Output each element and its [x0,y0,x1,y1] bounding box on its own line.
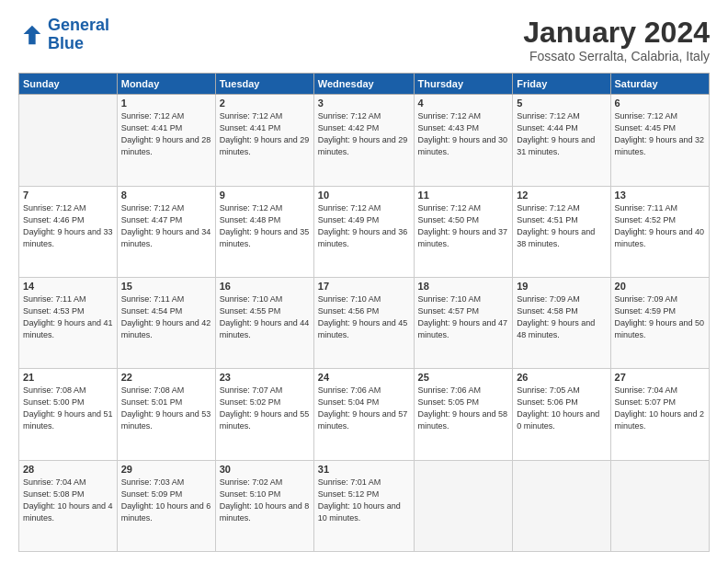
cell-content: Sunrise: 7:10 AM Sunset: 4:56 PM Dayligh… [318,293,410,341]
column-header-wednesday: Wednesday [313,74,414,95]
day-number: 14 [23,281,113,292]
daylight-text: Daylight: 9 hours and 53 minutes. [121,409,211,431]
sunset-text: Sunset: 5:09 PM [121,489,183,499]
cell-content: Sunrise: 7:02 AM Sunset: 5:10 PM Dayligh… [220,477,310,524]
sunset-text: Sunset: 4:43 PM [418,123,480,132]
sunrise-text: Sunrise: 7:04 AM [23,477,86,487]
day-number: 13 [615,190,705,201]
calendar-cell: 17 Sunrise: 7:10 AM Sunset: 4:56 PM Dayl… [313,277,414,368]
cell-content: Sunrise: 7:10 AM Sunset: 4:55 PM Dayligh… [220,293,310,341]
calendar-header-row: SundayMondayTuesdayWednesdayThursdayFrid… [19,74,710,95]
sunrise-text: Sunrise: 7:08 AM [121,385,185,395]
cell-content: Sunrise: 7:12 AM Sunset: 4:50 PM Dayligh… [418,202,509,250]
sunrise-text: Sunrise: 7:06 AM [318,385,381,395]
logo-line2: Blue [48,34,84,52]
calendar-week-row: 1 Sunrise: 7:12 AM Sunset: 4:41 PM Dayli… [19,95,710,186]
calendar-cell: 18 Sunrise: 7:10 AM Sunset: 4:57 PM Dayl… [414,277,513,368]
day-number: 10 [318,190,410,201]
cell-content: Sunrise: 7:12 AM Sunset: 4:51 PM Dayligh… [517,202,606,250]
sunrise-text: Sunrise: 7:12 AM [220,203,283,213]
day-number: 27 [615,372,705,383]
cell-content: Sunrise: 7:12 AM Sunset: 4:43 PM Dayligh… [418,110,509,158]
subtitle: Fossato Serralta, Calabria, Italy [523,49,710,63]
daylight-text: Daylight: 9 hours and 47 minutes. [418,318,508,339]
day-number: 28 [23,464,113,475]
sunset-text: Sunset: 4:58 PM [517,306,578,316]
cell-content: Sunrise: 7:11 AM Sunset: 4:53 PM Dayligh… [23,293,113,341]
logo: General Blue [18,17,109,53]
cell-content: Sunrise: 7:04 AM Sunset: 5:08 PM Dayligh… [23,477,113,524]
column-header-saturday: Saturday [610,74,709,95]
daylight-text: Daylight: 9 hours and 28 minutes. [121,135,211,156]
day-number: 20 [615,281,705,292]
day-number: 26 [517,372,606,383]
calendar-cell: 29 Sunrise: 7:03 AM Sunset: 5:09 PM Dayl… [117,460,215,551]
day-number: 1 [121,98,211,109]
day-number: 17 [318,281,410,292]
daylight-text: Daylight: 9 hours and 48 minutes. [517,318,595,339]
sunset-text: Sunset: 5:00 PM [23,397,85,407]
sunrise-text: Sunrise: 7:06 AM [418,385,482,395]
calendar-cell: 9 Sunrise: 7:12 AM Sunset: 4:48 PM Dayli… [215,186,313,277]
sunset-text: Sunset: 4:59 PM [615,306,677,316]
day-number: 2 [220,98,310,109]
calendar-week-row: 7 Sunrise: 7:12 AM Sunset: 4:46 PM Dayli… [19,186,710,277]
calendar-cell: 15 Sunrise: 7:11 AM Sunset: 4:54 PM Dayl… [117,277,215,368]
cell-content: Sunrise: 7:04 AM Sunset: 5:07 PM Dayligh… [615,385,705,432]
daylight-text: Daylight: 9 hours and 44 minutes. [220,318,310,339]
calendar-cell: 1 Sunrise: 7:12 AM Sunset: 4:41 PM Dayli… [117,95,215,186]
day-number: 19 [517,281,606,292]
sunset-text: Sunset: 4:55 PM [220,306,281,316]
column-header-monday: Monday [117,74,215,95]
daylight-text: Daylight: 9 hours and 34 minutes. [121,227,211,248]
sunrise-text: Sunrise: 7:12 AM [220,111,283,121]
sunset-text: Sunset: 4:41 PM [121,123,183,132]
daylight-text: Daylight: 9 hours and 41 minutes. [23,318,113,339]
sunrise-text: Sunrise: 7:10 AM [318,294,381,304]
cell-content: Sunrise: 7:07 AM Sunset: 5:02 PM Dayligh… [220,385,310,432]
sunset-text: Sunset: 4:53 PM [23,306,85,316]
calendar-cell [19,95,118,186]
calendar-cell: 25 Sunrise: 7:06 AM Sunset: 5:05 PM Dayl… [414,369,513,460]
cell-content: Sunrise: 7:06 AM Sunset: 5:05 PM Dayligh… [418,385,509,432]
calendar-cell [414,460,513,551]
calendar-cell: 21 Sunrise: 7:08 AM Sunset: 5:00 PM Dayl… [19,369,118,460]
sunrise-text: Sunrise: 7:04 AM [615,385,678,395]
calendar-cell: 8 Sunrise: 7:12 AM Sunset: 4:47 PM Dayli… [117,186,215,277]
daylight-text: Daylight: 9 hours and 45 minutes. [318,318,408,339]
sunrise-text: Sunrise: 7:07 AM [220,385,283,395]
calendar-cell: 19 Sunrise: 7:09 AM Sunset: 4:58 PM Dayl… [513,277,610,368]
cell-content: Sunrise: 7:11 AM Sunset: 4:54 PM Dayligh… [121,293,211,341]
cell-content: Sunrise: 7:12 AM Sunset: 4:46 PM Dayligh… [23,202,113,250]
calendar-cell: 22 Sunrise: 7:08 AM Sunset: 5:01 PM Dayl… [117,369,215,460]
daylight-text: Daylight: 9 hours and 50 minutes. [615,318,705,339]
cell-content: Sunrise: 7:05 AM Sunset: 5:06 PM Dayligh… [517,385,606,432]
cell-content: Sunrise: 7:12 AM Sunset: 4:49 PM Dayligh… [318,202,410,250]
cell-content: Sunrise: 7:12 AM Sunset: 4:42 PM Dayligh… [318,110,410,158]
column-header-sunday: Sunday [19,74,118,95]
calendar-cell: 20 Sunrise: 7:09 AM Sunset: 4:59 PM Dayl… [610,277,709,368]
sunset-text: Sunset: 4:41 PM [220,123,281,132]
page: General Blue January 2024 Fossato Serral… [0,0,728,563]
daylight-text: Daylight: 9 hours and 29 minutes. [318,135,408,156]
sunset-text: Sunset: 4:48 PM [220,215,281,224]
calendar-cell: 24 Sunrise: 7:06 AM Sunset: 5:04 PM Dayl… [313,369,414,460]
day-number: 11 [418,190,509,201]
sunrise-text: Sunrise: 7:12 AM [121,111,185,121]
daylight-text: Daylight: 9 hours and 40 minutes. [615,227,705,248]
cell-content: Sunrise: 7:12 AM Sunset: 4:41 PM Dayligh… [220,110,310,158]
sunset-text: Sunset: 5:08 PM [23,489,85,499]
calendar-cell: 16 Sunrise: 7:10 AM Sunset: 4:55 PM Dayl… [215,277,313,368]
cell-content: Sunrise: 7:12 AM Sunset: 4:41 PM Dayligh… [121,110,211,158]
day-number: 4 [418,98,509,109]
calendar-cell [610,460,709,551]
sunset-text: Sunset: 5:10 PM [220,489,281,499]
cell-content: Sunrise: 7:12 AM Sunset: 4:45 PM Dayligh… [615,110,705,158]
day-number: 22 [121,372,211,383]
sunrise-text: Sunrise: 7:11 AM [615,203,678,213]
day-number: 30 [220,464,310,475]
sunset-text: Sunset: 4:44 PM [517,123,578,132]
day-number: 5 [517,98,606,109]
daylight-text: Daylight: 10 hours and 10 minutes. [318,501,401,523]
sunrise-text: Sunrise: 7:12 AM [418,111,482,121]
